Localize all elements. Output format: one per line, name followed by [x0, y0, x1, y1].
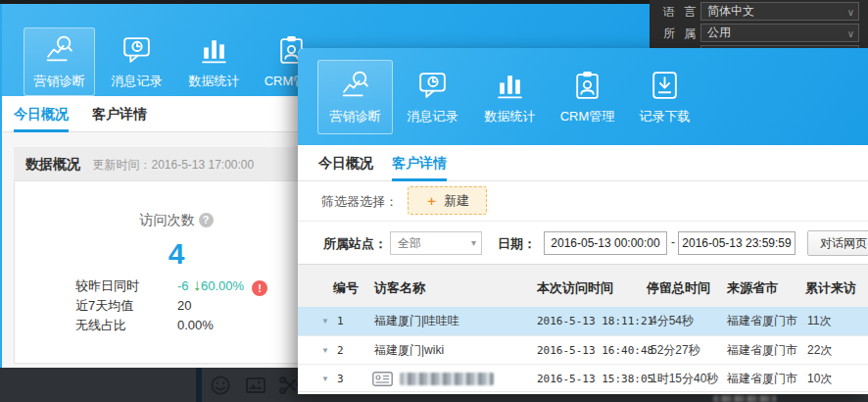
toolbar-item-data-statistics[interactable]: 数据统计: [472, 60, 548, 134]
cell-stay-duration: 1时15分40秒: [651, 365, 718, 393]
stat-label: 无线占比: [75, 316, 177, 335]
column-header-total-visits[interactable]: 累计来访: [805, 265, 856, 307]
cell-visitor-name: 福建厦门|wiki: [374, 336, 444, 365]
toolbar-item-message-records[interactable]: 消息记录: [395, 60, 470, 134]
down-arrow-icon: ↓: [193, 276, 201, 293]
column-header-stay-duration[interactable]: 停留总时间: [647, 265, 710, 307]
bar-chart-icon: [198, 33, 230, 66]
settings-row-belong: 所 属 公用 ∨: [650, 23, 868, 42]
table-row[interactable]: ▼ 1 福建厦门|哇哇哇 2016-5-13 18:11:21 4分54秒 福建…: [298, 307, 868, 335]
download-icon: [649, 69, 681, 101]
message-bubble-clock-icon: [121, 33, 153, 66]
belong-select[interactable]: 公用 ∨: [700, 24, 859, 42]
site-select-dropdown[interactable]: 全部 ▾: [390, 231, 482, 255]
dialog-webpage-button[interactable]: 对话网页: [807, 230, 868, 256]
toolbar-item-label: 营销诊断: [330, 108, 381, 126]
cell-source-province: 福建省厦门市: [727, 365, 797, 393]
toolbar-item-label: 营销诊断: [34, 73, 85, 90]
chevron-down-icon: ▾: [471, 232, 476, 254]
image-icon[interactable]: [245, 375, 266, 396]
toolbar-item-data-statistics[interactable]: 数据统计: [178, 27, 250, 96]
tab-today-overview[interactable]: 今日概况: [14, 96, 69, 132]
site-select-value: 全部: [398, 236, 421, 250]
toolbar-item-record-download[interactable]: 记录下载: [627, 60, 702, 134]
stat-label: 较昨日同时: [75, 276, 177, 296]
help-icon[interactable]: ?: [199, 213, 214, 227]
crm-clipboard-person-icon: [571, 69, 603, 101]
metric-value: 4: [15, 237, 338, 271]
alert-icon[interactable]: !: [252, 280, 267, 296]
window-header: 营销诊断 消息记录 数据统计 CRM管理 记录下载: [298, 48, 868, 145]
toolbar-item-label: 消息记录: [112, 73, 163, 90]
tab-bar: 今日概况 客户详情: [298, 145, 868, 181]
cell-source-province: 福建省厦门市: [727, 336, 797, 365]
cell-visitor-name: 福建厦门|哇哇哇: [374, 307, 459, 335]
cell-total-visits: 11次: [807, 307, 831, 335]
stat-delta-value: -6: [177, 278, 189, 293]
cell-number: 3: [337, 365, 344, 393]
tab-customer-details[interactable]: 客户详情: [392, 145, 447, 181]
section-title: 数据概况: [25, 156, 80, 172]
column-header-visitor-name[interactable]: 访客名称: [374, 265, 425, 307]
table-row[interactable]: ▼ 2 福建厦门|wiki 2016-5-13 16:40:48 52分27秒 …: [298, 335, 868, 364]
language-value: 简体中文: [707, 4, 754, 18]
filter-selector-row: 筛选器选择： ＋新建: [298, 181, 868, 221]
main-toolbar: 营销诊断 消息记录 数据统计 CRM管理: [24, 27, 327, 96]
cell-visit-time: 2016-5-13 16:40:48: [537, 336, 653, 365]
updated-time-text: 更新时间：2016-5-13 17:00:00: [92, 158, 254, 172]
language-label: 语 言: [663, 4, 699, 21]
stat-value: 20: [177, 298, 191, 313]
column-header-visit-time[interactable]: 本次访问时间: [537, 265, 613, 307]
toolbar-item-label: 数据统计: [189, 73, 240, 90]
cell-number: 1: [337, 307, 344, 335]
stat-delta-percent: 60.00%: [201, 278, 244, 293]
visit-count-metric: 访问次数? 4: [15, 211, 338, 271]
diagnosis-chart-magnifier-icon: [43, 33, 75, 66]
expand-row-icon[interactable]: ▼: [321, 307, 329, 335]
redacted-background-text: [713, 395, 776, 402]
language-select[interactable]: 简体中文 ∨: [700, 2, 859, 21]
cell-total-visits: 22次: [807, 336, 832, 365]
cell-number: 2: [337, 336, 344, 365]
site-label: 所属站点：: [323, 235, 387, 253]
date-range-separator: -: [671, 235, 675, 249]
toolbar-item-marketing-diagnosis[interactable]: 营销诊断: [24, 27, 95, 96]
visitor-table-header: 编号 访客名称 本次访问时间 停留总时间 来源省市 累计来访: [298, 265, 868, 307]
tab-customer-details[interactable]: 客户详情: [92, 96, 147, 132]
message-bubble-clock-icon: [416, 69, 449, 101]
toolbar-item-marketing-diagnosis[interactable]: 营销诊断: [317, 60, 393, 134]
expand-row-icon[interactable]: ▼: [321, 336, 329, 365]
cell-visit-time: 2016-5-13 18:11:21: [537, 307, 653, 335]
emoticon-icon[interactable]: [210, 375, 231, 396]
stat-label: 近7天均值: [75, 296, 177, 316]
diagnosis-chart-magnifier-icon: [339, 69, 371, 101]
column-header-source-province[interactable]: 来源省市: [727, 265, 778, 307]
cell-stay-duration: 4分54秒: [651, 307, 694, 335]
column-header-number[interactable]: 编号: [333, 265, 359, 307]
toolbar-item-label: 数据统计: [485, 108, 536, 126]
redacted-visitor-name: [400, 373, 494, 385]
id-card-icon: [372, 372, 393, 386]
belong-label: 所 属: [663, 25, 699, 42]
new-filter-button[interactable]: ＋新建: [408, 186, 487, 215]
toolbar-item-label: 消息记录: [408, 108, 458, 126]
cell-total-visits: 10次: [807, 365, 832, 393]
plus-icon: ＋: [425, 193, 438, 208]
chat-toolbar-divider: [196, 368, 202, 402]
filter-selector-label: 筛选器选择：: [321, 193, 398, 211]
toolbar-item-label: 记录下载: [640, 108, 691, 126]
main-toolbar: 营销诊断 消息记录 数据统计 CRM管理 记录下载: [317, 60, 702, 134]
toolbar-item-crm-management[interactable]: CRM管理: [550, 60, 625, 134]
cell-stay-duration: 52分27秒: [651, 336, 700, 365]
toolbar-item-label: CRM管理: [560, 108, 615, 126]
chevron-down-icon: ∨: [847, 4, 854, 21]
date-to-input[interactable]: 2016-05-13 23:59:59: [678, 231, 796, 255]
date-label: 日期：: [498, 235, 536, 253]
date-from-input[interactable]: 2016-05-13 00:00:00: [544, 231, 667, 255]
expand-row-icon[interactable]: ▼: [321, 365, 329, 393]
query-criteria-row: 所属站点： 全部 ▾ 日期： 2016-05-13 00:00:00 - 201…: [298, 221, 868, 265]
tab-today-overview[interactable]: 今日概况: [318, 145, 373, 181]
table-row[interactable]: ▼ 3 2016-5-13 15:38:05 1时15分40秒 福建省厦门市 1…: [298, 364, 868, 392]
bar-chart-icon: [494, 69, 526, 101]
toolbar-item-message-records[interactable]: 消息记录: [101, 27, 172, 96]
